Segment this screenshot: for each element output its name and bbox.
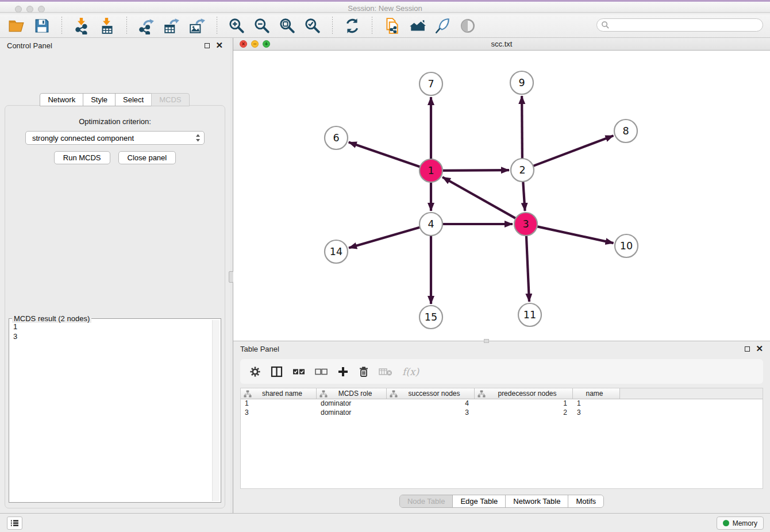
memory-label: Memory <box>733 519 757 527</box>
horizontal-splitter-grip[interactable] <box>484 339 489 343</box>
float-panel-icon[interactable] <box>205 43 210 48</box>
control-panel-header: Control Panel ✕ <box>0 38 230 53</box>
show-hide-button[interactable] <box>459 17 477 35</box>
show-columns-button[interactable] <box>271 366 283 377</box>
cell-shared-name: 1 <box>241 399 317 408</box>
column-header-name[interactable]: name <box>573 388 620 399</box>
columns-icon <box>271 366 283 377</box>
toolbar-separator <box>126 17 127 35</box>
graph-edge-1-2[interactable] <box>440 170 509 171</box>
save-icon <box>33 17 51 34</box>
column-header-predecessor-nodes[interactable]: predecessor nodes <box>475 388 573 399</box>
tab-select[interactable]: Select <box>115 93 152 106</box>
search-box[interactable] <box>596 18 763 32</box>
network-titlebar: × – + scc.txt <box>233 38 770 51</box>
close-panel-icon[interactable]: ✕ <box>215 43 223 48</box>
refresh-button[interactable] <box>343 17 361 35</box>
fx-icon: f(x) <box>402 366 419 377</box>
graph-edge-3-10[interactable] <box>535 226 614 243</box>
zoom-in-button[interactable] <box>228 17 246 35</box>
graph-edge-3-1[interactable] <box>442 177 518 219</box>
graph-edge-2-3[interactable] <box>523 179 525 211</box>
close-table-panel-icon[interactable]: ✕ <box>756 346 763 352</box>
column-header-label: successor nodes <box>398 390 474 398</box>
criterion-dropdown[interactable]: strongly connected component <box>25 131 205 145</box>
column-header-label: name <box>573 390 619 398</box>
graph-edge-2-9[interactable] <box>522 96 522 161</box>
search-icon <box>601 21 610 29</box>
trash-icon <box>359 366 369 377</box>
search-input[interactable] <box>610 20 763 30</box>
select-all-button[interactable] <box>292 368 305 376</box>
graph-edge-4-14[interactable] <box>349 226 422 248</box>
tab-style[interactable]: Style <box>83 93 116 106</box>
tab-network-table[interactable]: Network Table <box>505 495 568 507</box>
status-bar: Memory <box>0 513 770 532</box>
toolbar-separator <box>332 17 333 35</box>
tab-network[interactable]: Network <box>40 93 83 106</box>
graph-edge-1-6[interactable] <box>349 142 422 168</box>
toggle-style-button[interactable] <box>433 17 452 35</box>
export-table-icon <box>163 17 180 34</box>
table-settings-button[interactable] <box>249 366 261 377</box>
zoom-selected-button[interactable] <box>303 17 322 35</box>
header-filler <box>620 388 763 399</box>
zoom-fit-button[interactable] <box>278 17 297 35</box>
table-row[interactable]: 1dominator411 <box>241 399 763 408</box>
deselect-all-button[interactable] <box>315 368 328 376</box>
column-header-mcds-role[interactable]: MCDS role <box>317 388 387 399</box>
toolbar-separator <box>61 17 62 35</box>
tab-mcds[interactable]: MCDS <box>151 93 189 106</box>
network-graph[interactable]: 7968124314101511 <box>233 51 770 341</box>
tab-node-table[interactable]: Node Table <box>400 495 453 507</box>
tree-icon <box>390 390 398 398</box>
save-session-button[interactable] <box>33 17 51 35</box>
table-row[interactable]: 3dominator323 <box>241 408 763 418</box>
cell-successor-nodes: 3 <box>387 408 475 418</box>
node-label-1: 1 <box>428 165 434 176</box>
node-label-7: 7 <box>428 78 434 90</box>
add-column-button[interactable] <box>337 366 349 377</box>
column-header-label: shared name <box>252 390 316 398</box>
float-table-panel-icon[interactable] <box>745 346 750 352</box>
style-brush-icon <box>434 17 451 34</box>
column-header-label: MCDS role <box>328 390 386 398</box>
memory-button[interactable]: Memory <box>717 516 764 530</box>
dropdown-arrows-icon <box>195 134 201 142</box>
task-menu-button[interactable] <box>7 516 22 530</box>
open-session-button[interactable] <box>7 17 26 35</box>
import-network-button[interactable] <box>72 17 91 35</box>
run-mcds-button[interactable]: Run MCDS <box>54 151 110 164</box>
memory-status-icon <box>723 520 729 526</box>
tab-motifs[interactable]: Motifs <box>568 495 603 507</box>
tab-edge-table[interactable]: Edge Table <box>452 495 505 507</box>
export-image-button[interactable] <box>188 17 206 35</box>
result-line: 1 <box>13 322 206 331</box>
home-button[interactable] <box>408 17 426 35</box>
result-scrollbar[interactable] <box>212 320 220 501</box>
column-header-successor-nodes[interactable]: successor nodes <box>387 388 475 399</box>
export-table-button[interactable] <box>163 17 181 35</box>
control-panel: Control Panel ✕ NetworkStyleSelectMCDS O… <box>0 38 230 513</box>
node-label-15: 15 <box>425 311 437 323</box>
copy-network-button[interactable] <box>383 17 401 35</box>
tree-icon <box>244 390 252 398</box>
delete-column-button[interactable] <box>359 366 369 377</box>
graph-edge-2-8[interactable] <box>531 136 614 167</box>
node-label-11: 11 <box>523 309 536 321</box>
import-table-button[interactable] <box>98 17 116 35</box>
network-title: scc.txt <box>233 40 770 48</box>
close-panel-button[interactable]: Close panel <box>118 151 176 164</box>
control-panel-body: Optimization criterion: strongly connect… <box>5 105 225 508</box>
export-network-button[interactable] <box>137 17 156 35</box>
import-network-icon <box>73 17 90 34</box>
delete-table-icon <box>379 367 392 376</box>
table-body: 1dominator4113dominator323 <box>241 399 763 418</box>
column-header-shared-name[interactable]: shared name <box>241 388 317 399</box>
table-panel: Table Panel ✕ <box>233 341 770 513</box>
cell-predecessor-nodes: 1 <box>475 399 573 408</box>
graph-edge-3-11[interactable] <box>526 233 529 302</box>
zoom-out-button[interactable] <box>253 17 271 35</box>
table-panel-title: Table Panel <box>240 345 279 353</box>
network-canvas[interactable]: 7968124314101511 <box>233 51 770 341</box>
